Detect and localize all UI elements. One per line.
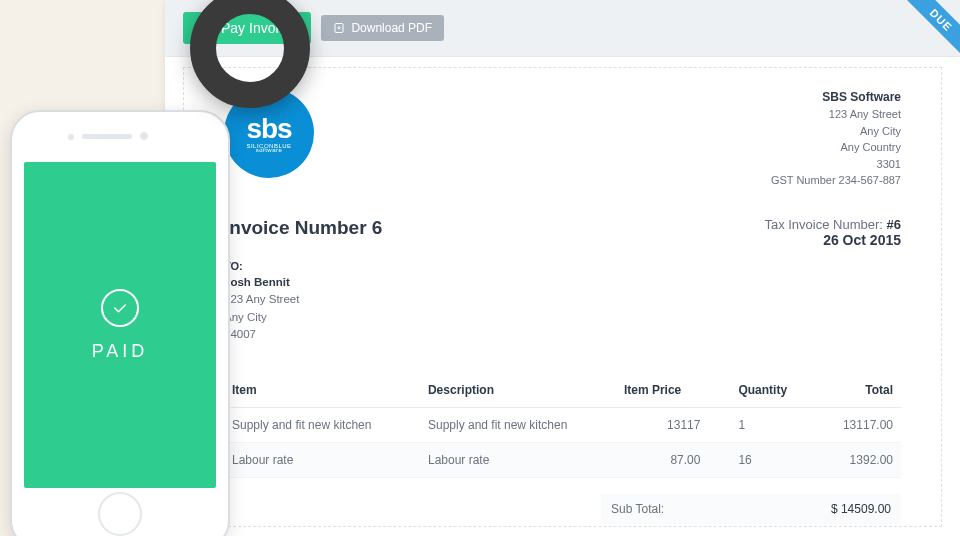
phone-sensor-dot (68, 134, 74, 140)
recipient-name: Josh Bennit (224, 274, 901, 291)
download-pdf-button[interactable]: Download PDF (321, 15, 444, 41)
logo-subtag: software (256, 147, 283, 153)
cell-item: Supply and fit new kitchen (224, 408, 420, 443)
col-description: Description (420, 373, 616, 408)
check-circle-icon (101, 289, 139, 327)
sender-address: SBS Software 123 Any Street Any City Any… (771, 88, 901, 189)
line-items-table: Item Description Item Price Quantity Tot… (224, 373, 901, 478)
paid-status: PAID (92, 341, 149, 362)
subtotal-value: $ 14509.00 (831, 502, 891, 516)
phone-camera-dot (140, 132, 148, 140)
card-icon (201, 21, 215, 35)
recipient-city: Any City (224, 309, 901, 326)
cell-desc: Supply and fit new kitchen (420, 408, 616, 443)
discount-row: Discount (2%): -( $ 290.18 ) (601, 524, 901, 527)
phone-mock: PAID (10, 110, 230, 536)
table-row: Labour rate Labour rate 87.00 16 1392.00 (224, 443, 901, 478)
invoice-header: sbs SILICONBLUE software SBS Software 12… (224, 88, 901, 189)
phone-screen: PAID (24, 162, 216, 488)
table-header-row: Item Description Item Price Quantity Tot… (224, 373, 901, 408)
cell-item: Labour rate (224, 443, 420, 478)
subtotal-label: Sub Total: (611, 502, 664, 516)
tax-label: Tax Invoice Number: (764, 217, 883, 232)
cell-total: 1392.00 (818, 443, 901, 478)
toolbar: Pay Invoice Download PDF (165, 0, 960, 57)
recipient-street: 123 Any Street (224, 291, 901, 308)
cell-price: 13117 (616, 408, 709, 443)
sender-gst: GST Number 234-567-887 (771, 172, 901, 189)
invoice-date: 26 Oct 2015 (764, 232, 901, 248)
table-row: Supply and fit new kitchen Supply and fi… (224, 408, 901, 443)
sender-postcode: 3301 (771, 156, 901, 173)
totals-block: Sub Total: $ 14509.00 Discount (2%): -( … (601, 494, 901, 527)
subtotal-row: Sub Total: $ 14509.00 (601, 494, 901, 524)
check-icon (111, 299, 129, 317)
recipient-block: TO: Josh Bennit 123 Any Street Any City … (224, 258, 901, 344)
sender-city: Any City (771, 123, 901, 140)
download-icon (333, 22, 345, 34)
company-logo: sbs SILICONBLUE software (224, 88, 314, 178)
tax-number: #6 (887, 217, 901, 232)
invoice-title: Invoice Number 6 (224, 217, 382, 239)
invoice-body: sbs SILICONBLUE software SBS Software 12… (183, 67, 942, 527)
recipient-label: TO: (224, 258, 901, 275)
col-item: Item (224, 373, 420, 408)
col-qty: Quantity (708, 373, 817, 408)
svg-rect-0 (202, 24, 214, 32)
cell-qty: 1 (708, 408, 817, 443)
pay-invoice-button[interactable]: Pay Invoice (183, 12, 311, 44)
logo-text: sbs (246, 113, 291, 145)
sender-country: Any Country (771, 139, 901, 156)
recipient-postcode: 34007 (224, 326, 901, 343)
sender-street: 123 Any Street (771, 106, 901, 123)
cell-price: 87.00 (616, 443, 709, 478)
invoice-panel: Pay Invoice Download PDF DUE sbs SILICON… (165, 0, 960, 536)
download-pdf-label: Download PDF (351, 21, 432, 35)
sender-name: SBS Software (771, 88, 901, 106)
cell-qty: 16 (708, 443, 817, 478)
pay-invoice-label: Pay Invoice (221, 20, 293, 36)
col-price: Item Price (616, 373, 709, 408)
cell-desc: Labour rate (420, 443, 616, 478)
invoice-title-row: Invoice Number 6 Tax Invoice Number: #6 … (224, 217, 901, 248)
col-total: Total (818, 373, 901, 408)
cell-total: 13117.00 (818, 408, 901, 443)
tax-info: Tax Invoice Number: #6 26 Oct 2015 (764, 217, 901, 248)
